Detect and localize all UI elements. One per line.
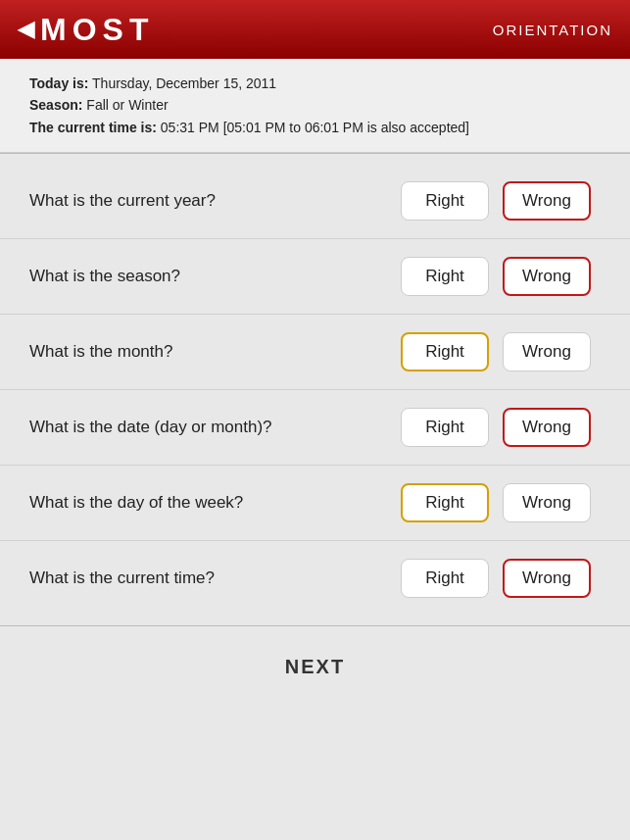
question-row: What is the current time?RightWrong [0, 541, 630, 616]
button-group: RightWrong [401, 332, 591, 371]
app-header: ◀ MOST ORIENTATION [0, 0, 630, 59]
question-text: What is the current time? [29, 568, 333, 588]
wrong-button[interactable]: Wrong [503, 181, 591, 221]
right-button[interactable]: Right [401, 257, 489, 296]
wrong-button[interactable]: Wrong [503, 257, 591, 296]
today-value: Thursday, December 15, 2011 [92, 75, 276, 91]
wrong-button[interactable]: Wrong [503, 559, 591, 598]
questions-area: What is the current year?RightWrongWhat … [0, 154, 630, 616]
right-button[interactable]: Right [401, 483, 489, 522]
app-title: MOST [40, 12, 154, 48]
time-label: The current time is: [29, 120, 157, 135]
right-button[interactable]: Right [401, 408, 489, 447]
right-button[interactable]: Right [401, 181, 489, 221]
question-text: What is the current year? [29, 191, 333, 211]
question-row: What is the month?RightWrong [0, 315, 630, 390]
question-text: What is the date (day or month)? [29, 418, 333, 437]
question-row: What is the date (day or month)?RightWro… [0, 390, 630, 466]
next-button[interactable]: NEXT [285, 656, 345, 678]
button-group: RightWrong [401, 559, 591, 598]
wrong-button[interactable]: Wrong [503, 408, 591, 447]
question-row: What is the current year?RightWrong [0, 164, 630, 239]
header-left: ◀ MOST [18, 12, 154, 48]
button-group: RightWrong [401, 181, 591, 221]
info-section: Today is: Thursday, December 15, 2011 Se… [0, 59, 630, 153]
wrong-button[interactable]: Wrong [503, 332, 591, 371]
season-label: Season: [29, 97, 82, 113]
question-row: What is the season?RightWrong [0, 239, 630, 315]
question-row: What is the day of the week?RightWrong [0, 466, 630, 541]
question-text: What is the season? [29, 267, 333, 286]
right-button[interactable]: Right [401, 332, 489, 371]
question-text: What is the day of the week? [29, 493, 333, 513]
right-button[interactable]: Right [401, 559, 489, 598]
button-group: RightWrong [401, 483, 591, 522]
time-value: 05:31 PM [05:01 PM to 06:01 PM is also a… [161, 120, 469, 135]
back-icon[interactable]: ◀ [18, 17, 34, 42]
today-label: Today is: [29, 75, 88, 91]
next-section: NEXT [0, 626, 630, 678]
wrong-button[interactable]: Wrong [503, 483, 591, 522]
section-label: ORIENTATION [493, 22, 612, 38]
question-text: What is the month? [29, 342, 333, 362]
button-group: RightWrong [401, 257, 591, 296]
season-value: Fall or Winter [86, 97, 168, 113]
button-group: RightWrong [401, 408, 591, 447]
